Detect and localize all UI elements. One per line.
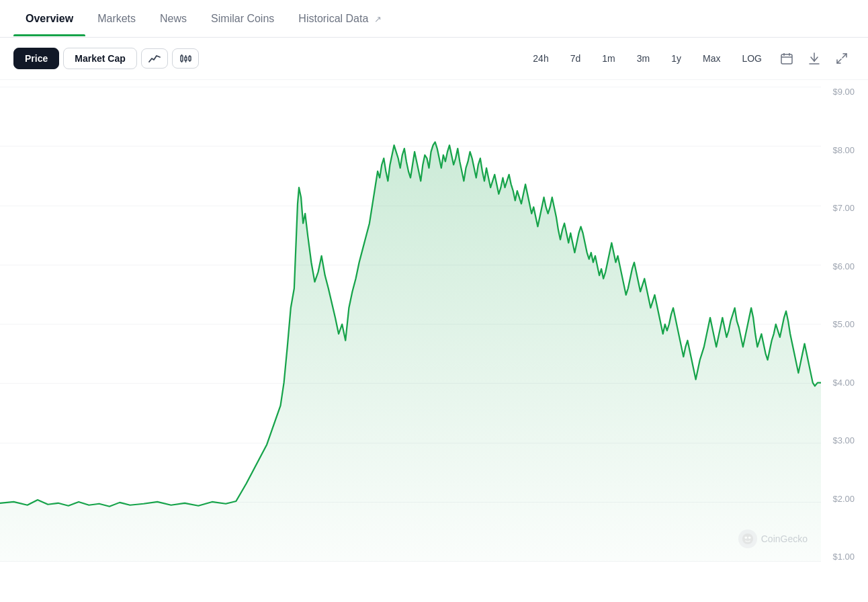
y-label-3: $3.00 <box>832 435 855 445</box>
chart-area: $9.00 $8.00 $7.00 $6.00 $5.00 $4.00 $3.0… <box>0 80 868 602</box>
price-chart <box>0 87 821 562</box>
tab-markets[interactable]: Markets <box>85 2 148 36</box>
y-axis: $9.00 $8.00 $7.00 $6.00 $5.00 $4.00 $3.0… <box>832 87 855 562</box>
calendar-icon <box>781 52 793 64</box>
coingecko-watermark: CoinGecko <box>738 529 808 548</box>
coingecko-label: CoinGecko <box>761 533 808 544</box>
log-button[interactable]: LOG <box>732 48 771 69</box>
metric-buttons: Price Market Cap <box>13 48 199 69</box>
time-max-button[interactable]: Max <box>693 48 730 69</box>
market-cap-button[interactable]: Market Cap <box>63 48 136 69</box>
x-axis <box>0 562 821 582</box>
y-label-2: $2.00 <box>832 494 855 504</box>
external-link-icon: ↗ <box>374 14 382 24</box>
download-icon <box>809 52 820 64</box>
candlestick-chart-icon <box>179 54 191 63</box>
chart-svg-container <box>0 87 821 562</box>
y-label-1: $1.00 <box>832 552 855 562</box>
time-1m-button[interactable]: 1m <box>593 48 624 69</box>
download-button[interactable] <box>802 47 826 70</box>
svg-line-16 <box>837 59 841 63</box>
y-label-4: $4.00 <box>832 378 855 388</box>
svg-rect-6 <box>189 56 191 60</box>
y-label-8: $8.00 <box>832 145 855 155</box>
time-1y-button[interactable]: 1y <box>662 48 691 69</box>
svg-point-19 <box>748 536 751 539</box>
time-range-buttons: 24h 7d 1m 3m 1y Max LOG <box>523 47 855 70</box>
svg-point-17 <box>742 533 753 544</box>
coingecko-logo-icon <box>742 533 754 545</box>
price-button[interactable]: Price <box>13 48 59 69</box>
page-container: Overview Markets News Similar Coins Hist… <box>0 0 868 602</box>
chart-wrapper: $9.00 $8.00 $7.00 $6.00 $5.00 $4.00 $3.0… <box>0 87 868 582</box>
y-label-6: $6.00 <box>832 261 855 271</box>
line-chart-icon <box>148 54 161 63</box>
svg-line-15 <box>842 54 847 58</box>
time-3m-button[interactable]: 3m <box>627 48 659 69</box>
tab-historical-data[interactable]: Historical Data ↗ <box>286 2 393 36</box>
expand-icon <box>836 52 848 64</box>
tab-overview[interactable]: Overview <box>13 2 85 36</box>
y-label-7: $7.00 <box>832 203 855 213</box>
svg-point-18 <box>744 536 747 539</box>
tab-similar-coins[interactable]: Similar Coins <box>199 2 286 36</box>
y-label-5: $5.00 <box>832 319 855 329</box>
time-7d-button[interactable]: 7d <box>561 48 591 69</box>
coingecko-logo <box>738 529 757 548</box>
tab-news[interactable]: News <box>148 2 199 36</box>
svg-rect-0 <box>181 56 183 61</box>
y-label-9: $9.00 <box>832 87 855 97</box>
line-chart-button[interactable] <box>141 48 168 69</box>
time-24h-button[interactable]: 24h <box>523 48 558 69</box>
calendar-button[interactable] <box>774 47 799 70</box>
chart-toolbar: Price Market Cap <box>0 38 868 80</box>
expand-button[interactable] <box>829 47 855 70</box>
svg-rect-9 <box>781 54 792 64</box>
tab-nav: Overview Markets News Similar Coins Hist… <box>0 0 868 38</box>
svg-rect-3 <box>185 57 187 60</box>
candlestick-chart-button[interactable] <box>172 48 199 69</box>
